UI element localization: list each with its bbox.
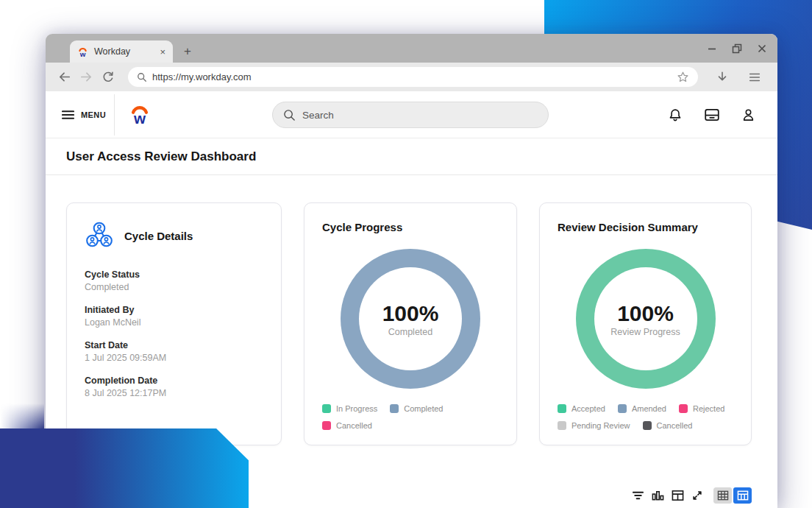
review-summary-percent: 100% bbox=[617, 301, 674, 325]
review-decision-summary-card: Review Decision Summary 100% Review Prog… bbox=[539, 202, 752, 445]
browser-titlebar: w Workday × + bbox=[46, 34, 777, 63]
field-label: Start Date bbox=[85, 340, 263, 350]
url-text: https://my.workday.com bbox=[152, 71, 672, 82]
page-title-bar: User Access Review Dashboard bbox=[46, 138, 777, 175]
legend-label: Pending Review bbox=[571, 421, 630, 430]
url-search-icon bbox=[137, 72, 147, 82]
cycle-details-title: Cycle Details bbox=[124, 230, 193, 242]
desktop-background: w Workday × + bbox=[0, 0, 812, 508]
legend-item: Completed bbox=[390, 404, 443, 413]
dashboard-view-toolbar bbox=[632, 487, 752, 504]
legend-item: Cancelled bbox=[643, 421, 693, 430]
legend-swatch bbox=[558, 404, 566, 413]
cycle-progress-percent: 100% bbox=[382, 301, 439, 325]
legend-swatch bbox=[643, 421, 652, 430]
legend-item: Accepted bbox=[558, 404, 605, 413]
background-shape-sliver bbox=[0, 403, 44, 428]
cycle-progress-legend: In Progress Completed Cancelled bbox=[322, 396, 508, 430]
legend-swatch bbox=[679, 404, 688, 413]
legend-item: Rejected bbox=[679, 404, 724, 413]
tab-title: Workday bbox=[94, 46, 154, 57]
field-label: Completion Date bbox=[85, 375, 263, 386]
search-placeholder: Search bbox=[302, 110, 334, 121]
tab-close-icon[interactable]: × bbox=[160, 47, 165, 57]
legend-label: Cancelled bbox=[657, 421, 693, 430]
restore-icon[interactable] bbox=[732, 43, 742, 54]
review-summary-donut-chart: 100% Review Progress bbox=[576, 249, 716, 389]
close-icon[interactable] bbox=[757, 43, 767, 54]
field-label: Cycle Status bbox=[85, 269, 263, 280]
grid-view-icon bbox=[737, 490, 749, 501]
filter-icon[interactable] bbox=[632, 490, 644, 501]
legend-swatch bbox=[618, 404, 627, 413]
field-value: Logan McNeil bbox=[85, 317, 263, 328]
svg-text:w: w bbox=[79, 49, 86, 57]
table-view-button[interactable] bbox=[713, 487, 732, 504]
forward-icon[interactable] bbox=[78, 69, 94, 85]
menu-hamburger-icon bbox=[62, 110, 74, 120]
legend-item: Amended bbox=[618, 404, 666, 413]
notifications-bell-icon[interactable] bbox=[668, 107, 683, 123]
legend-item: In Progress bbox=[322, 404, 377, 413]
cycle-progress-title: Cycle Progress bbox=[322, 221, 499, 233]
cycle-progress-center-label: Completed bbox=[388, 327, 432, 337]
cycle-progress-card: Cycle Progress 100% Completed In Progres… bbox=[304, 202, 517, 445]
cycle-details-card: Cycle Details Cycle Status Completed Ini… bbox=[66, 202, 282, 445]
review-summary-center-label: Review Progress bbox=[610, 327, 680, 337]
global-search-input[interactable]: Search bbox=[272, 102, 549, 128]
legend-label: Rejected bbox=[693, 404, 724, 413]
legend-label: Accepted bbox=[571, 404, 605, 413]
workday-favicon-icon: w bbox=[77, 46, 88, 57]
inbox-tray-icon[interactable] bbox=[704, 107, 720, 122]
reload-icon[interactable] bbox=[100, 69, 116, 85]
field-value: Completed bbox=[85, 282, 263, 292]
browser-menu-icon[interactable] bbox=[748, 71, 761, 84]
legend-item: Cancelled bbox=[322, 421, 372, 430]
background-shape-bottom-left bbox=[0, 428, 249, 508]
search-icon bbox=[283, 109, 296, 121]
download-icon[interactable] bbox=[716, 71, 729, 84]
browser-toolbar: https://my.workday.com bbox=[46, 63, 777, 91]
profile-person-icon[interactable] bbox=[741, 107, 755, 122]
review-summary-legend: Accepted Amended Rejected Pending Review bbox=[558, 396, 742, 430]
layout-icon[interactable] bbox=[672, 490, 684, 501]
minimize-icon[interactable] bbox=[707, 43, 717, 54]
legend-label: In Progress bbox=[336, 404, 377, 413]
menu-label: MENU bbox=[81, 110, 106, 119]
cycle-progress-donut-chart: 100% Completed bbox=[341, 249, 480, 389]
review-summary-title: Review Decision Summary bbox=[558, 221, 733, 233]
legend-swatch bbox=[558, 421, 566, 430]
view-toggle bbox=[713, 487, 752, 504]
url-bar[interactable]: https://my.workday.com bbox=[128, 67, 698, 87]
workday-logo[interactable]: w bbox=[129, 103, 151, 126]
field-cycle-status: Cycle Status Completed bbox=[85, 269, 263, 292]
back-icon[interactable] bbox=[56, 69, 72, 85]
grid-view-button[interactable] bbox=[733, 487, 752, 504]
page-title: User Access Review Dashboard bbox=[66, 149, 256, 164]
field-initiated-by: Initiated By Logan McNeil bbox=[85, 305, 263, 328]
bookmark-star-icon[interactable] bbox=[677, 71, 689, 83]
field-label: Initiated By bbox=[85, 305, 263, 315]
bar-chart-icon[interactable] bbox=[652, 490, 664, 501]
legend-swatch bbox=[322, 404, 331, 413]
legend-swatch bbox=[390, 404, 399, 413]
header-divider bbox=[114, 94, 115, 135]
svg-text:w: w bbox=[133, 110, 146, 126]
table-view-icon bbox=[717, 490, 729, 501]
browser-tab-workday[interactable]: w Workday × bbox=[70, 40, 173, 63]
people-network-icon bbox=[85, 221, 114, 250]
new-tab-icon[interactable]: + bbox=[179, 43, 196, 60]
expand-icon[interactable] bbox=[691, 490, 703, 501]
workday-app-header: MENU w Search bbox=[46, 91, 777, 138]
menu-button[interactable]: MENU bbox=[56, 91, 112, 138]
legend-item: Pending Review bbox=[558, 421, 630, 430]
field-start-date: Start Date 1 Jul 2025 09:59AM bbox=[85, 340, 263, 363]
field-value: 1 Jul 2025 09:59AM bbox=[85, 353, 263, 363]
field-completion-date: Completion Date 8 Jul 2025 12:17PM bbox=[85, 375, 263, 398]
legend-swatch bbox=[322, 421, 331, 430]
legend-label: Cancelled bbox=[336, 421, 372, 430]
legend-label: Completed bbox=[404, 404, 443, 413]
legend-label: Amended bbox=[632, 404, 666, 413]
field-value: 8 Jul 2025 12:17PM bbox=[85, 388, 263, 398]
